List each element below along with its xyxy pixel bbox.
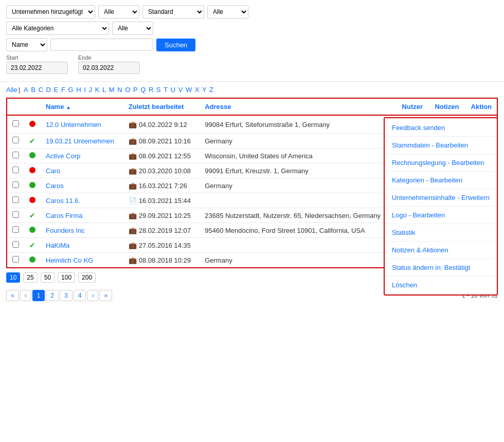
page-first[interactable]: « <box>6 290 19 301</box>
header-zuletzt[interactable]: Zuletzt bearbeitet <box>123 98 200 115</box>
row-status-cell: ✔ <box>24 134 41 149</box>
status-dot-green <box>29 152 35 158</box>
page-size-25[interactable]: 25 <box>23 272 37 283</box>
dropdown-menu-item[interactable]: Statistik <box>385 225 497 240</box>
alpha-P[interactable]: P <box>133 86 138 94</box>
alpha-W[interactable]: W <box>186 86 192 94</box>
alpha-Z[interactable]: Z <box>209 86 213 94</box>
dropdown-menu-item[interactable]: Löschen <box>385 278 497 292</box>
header-name[interactable]: Name ▲ <box>41 98 123 115</box>
page-1[interactable]: 1 <box>32 290 45 301</box>
company-name-link[interactable]: Heimlich Co KG <box>46 256 93 264</box>
dropdown-menu-item[interactable]: Logo - Bearbeiten <box>385 208 497 223</box>
filter-standard[interactable]: Standard <box>142 5 204 19</box>
row-date-text: 04.02.2022 9:12 <box>139 121 187 128</box>
start-date-input[interactable] <box>6 62 68 74</box>
header-aktion: Aktion <box>464 98 497 115</box>
row-checkbox[interactable] <box>12 167 19 173</box>
alpha-F[interactable]: F <box>61 86 65 94</box>
row-checkbox-cell <box>7 223 24 238</box>
dropdown-menu-item[interactable]: Unternehmensinhalte - Erweitern <box>385 190 497 205</box>
row-checkbox[interactable] <box>12 181 19 188</box>
search-input[interactable] <box>50 39 153 51</box>
search-field-select[interactable]: Name <box>6 38 47 51</box>
page-size-10[interactable]: 10 <box>6 272 20 283</box>
row-status-cell <box>24 178 41 193</box>
company-name-link[interactable]: Caro <box>46 167 60 175</box>
alpha-I[interactable]: I <box>84 86 86 94</box>
filter-categories[interactable]: Alle Kategorien <box>6 22 109 35</box>
page-prev[interactable]: ‹ <box>20 290 31 301</box>
company-name-link[interactable]: Caros <box>46 182 64 190</box>
search-button[interactable]: Suchen <box>156 39 195 51</box>
company-name-link[interactable]: Caros 11.6. <box>46 197 80 205</box>
row-address-cell <box>200 238 395 253</box>
row-checkbox[interactable] <box>12 152 19 158</box>
alpha-N[interactable]: N <box>117 86 122 94</box>
end-date-input[interactable] <box>78 62 140 74</box>
row-checkbox-cell <box>7 134 24 149</box>
alpha-X[interactable]: X <box>195 86 200 94</box>
page-size-50[interactable]: 50 <box>41 272 55 283</box>
alpha-V[interactable]: V <box>178 86 183 94</box>
alpha-all[interactable]: Alle <box>6 86 17 94</box>
alpha-R[interactable]: R <box>149 86 153 94</box>
alpha-H[interactable]: H <box>76 86 81 94</box>
dropdown-separator <box>385 224 497 224</box>
page-2[interactable]: 2 <box>46 290 59 301</box>
dropdown-separator <box>385 241 497 242</box>
company-name-link[interactable]: HaKiMa <box>46 242 69 249</box>
row-checkbox[interactable] <box>12 256 19 263</box>
company-name-link[interactable]: 12.0 Unternehmen <box>46 121 101 128</box>
company-name-link[interactable]: 19.03.21 Unternehmen <box>46 137 114 145</box>
alpha-B[interactable]: B <box>31 86 35 94</box>
row-name-cell: Caros 11.6. <box>41 193 123 208</box>
row-date-cell: 💼08.09.2021 10:16 <box>123 134 200 149</box>
alpha-E[interactable]: E <box>54 86 59 94</box>
alpha-Q[interactable]: Q <box>140 86 146 94</box>
row-checkbox[interactable] <box>12 241 19 248</box>
alpha-A[interactable]: A <box>24 86 28 94</box>
filter-all-3[interactable]: Alle <box>112 22 153 35</box>
alpha-K[interactable]: K <box>95 86 100 94</box>
alpha-M[interactable]: M <box>109 86 115 94</box>
alpha-L[interactable]: L <box>102 86 106 94</box>
page-3[interactable]: 3 <box>60 290 73 301</box>
alpha-J[interactable]: J <box>89 86 93 94</box>
page-last[interactable]: » <box>99 290 112 301</box>
dropdown-menu-item[interactable]: Kategorien - Bearbeiten <box>385 173 497 188</box>
row-checkbox[interactable] <box>12 196 19 203</box>
dropdown-menu-item[interactable]: Rechnungslegung - Bearbeiten <box>385 155 497 170</box>
company-name-link[interactable]: Active Corp <box>46 152 80 160</box>
row-checkbox[interactable] <box>12 120 19 127</box>
filter-all-1[interactable]: Alle <box>98 5 139 19</box>
row-status-cell: ✔ <box>24 208 41 223</box>
alpha-Y[interactable]: Y <box>202 86 207 94</box>
dropdown-menu-item[interactable]: Feedback senden <box>385 120 497 135</box>
alpha-G[interactable]: G <box>68 86 73 94</box>
row-checkbox[interactable] <box>12 226 19 233</box>
dropdown-menu-item[interactable]: Stammdaten - Bearbeiten <box>385 138 497 153</box>
page-size-100[interactable]: 100 <box>58 272 75 283</box>
row-name-cell: Active Corp <box>41 149 123 163</box>
company-name-link[interactable]: Founders Inc <box>46 227 85 234</box>
filter-added[interactable]: Unternehmen hinzugefügt <box>6 5 95 19</box>
row-checkbox[interactable] <box>12 211 19 218</box>
page-next[interactable]: › <box>87 290 98 301</box>
company-name-link[interactable]: Caros Firma <box>46 212 83 219</box>
row-checkbox[interactable] <box>12 137 19 143</box>
alpha-U[interactable]: U <box>171 86 175 94</box>
row-checkbox-cell <box>7 115 24 134</box>
dropdown-menu-item[interactable]: Notizen & Aktionen <box>385 243 497 257</box>
alpha-S[interactable]: S <box>156 86 161 94</box>
alpha-C[interactable]: C <box>39 86 43 94</box>
page-buttons: « ‹ 1 2 3 4 › » <box>6 290 112 301</box>
dropdown-menu-item[interactable]: Status ändern in: Bestätigt <box>385 260 497 275</box>
filter-all-2[interactable]: Alle <box>207 5 248 19</box>
alpha-T[interactable]: T <box>164 86 168 94</box>
alpha-O[interactable]: O <box>125 86 130 94</box>
row-date-cell: 📄16.03.2021 15:44 <box>123 193 200 208</box>
page-size-200[interactable]: 200 <box>78 272 96 283</box>
alpha-D[interactable]: D <box>46 86 51 94</box>
page-4[interactable]: 4 <box>74 290 86 301</box>
